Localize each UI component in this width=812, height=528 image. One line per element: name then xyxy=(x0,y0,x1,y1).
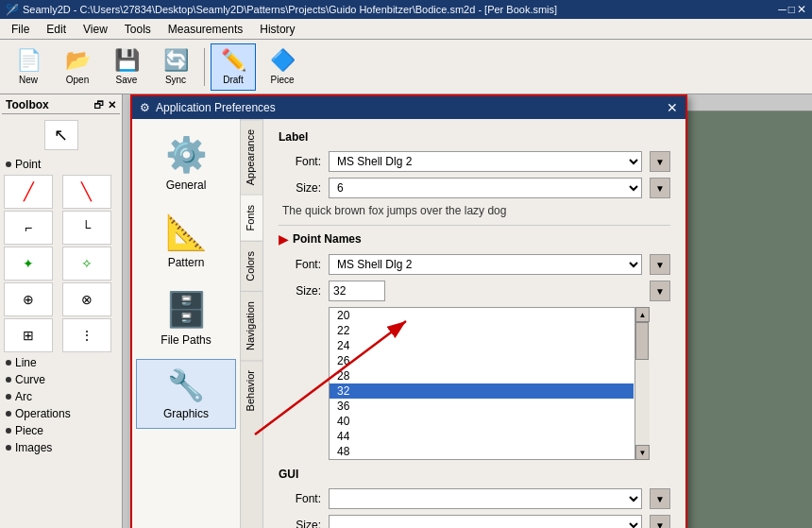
tab-behavior[interactable]: Behavior xyxy=(241,360,262,420)
select-tool[interactable]: ↖ xyxy=(44,120,78,150)
filepaths-icon: 🗄️ xyxy=(165,290,208,330)
tool-cell-10[interactable]: ⋮ xyxy=(62,318,111,352)
tab-navigation[interactable]: Navigation xyxy=(241,291,262,360)
tool-cell-9[interactable]: ⊞ xyxy=(4,318,53,352)
gui-font-select[interactable] xyxy=(329,488,642,509)
tab-colors[interactable]: Colors xyxy=(241,241,262,291)
preferences-dialog: ⚙ Application Preferences ✕ ⚙️ General 📐… xyxy=(130,94,687,528)
tool-cell-5[interactable]: ✦ xyxy=(4,247,53,281)
dialog-nav: ⚙️ General 📐 Pattern 🗄️ File Paths 🔧 Gra… xyxy=(132,119,241,528)
size-dropdown-scrollbar: ▲ ▼ xyxy=(634,307,650,460)
title-bar: 🪡 Seamly2D - C:\Users\27834\Desktop\Seam… xyxy=(0,0,812,19)
close-button[interactable]: ✕ xyxy=(797,3,806,16)
size-option-26[interactable]: 26 xyxy=(330,353,634,368)
toolbar-separator xyxy=(204,48,205,86)
gui-font-dropdown-arrow[interactable]: ▼ xyxy=(650,488,670,509)
nav-pattern[interactable]: 📐 Pattern xyxy=(136,204,236,278)
menu-file[interactable]: File xyxy=(4,21,37,38)
tool-cell-7[interactable]: ⊕ xyxy=(4,282,53,316)
gui-size-dropdown-arrow[interactable]: ▼ xyxy=(650,515,670,528)
menu-history[interactable]: History xyxy=(252,21,302,38)
point-names-title: Point Names xyxy=(293,232,362,246)
pn-size-select-wrapper xyxy=(329,281,642,301)
toolbox-restore-icon[interactable]: 🗗 xyxy=(93,99,104,111)
new-button[interactable]: 📄 New xyxy=(6,43,51,91)
menu-tools[interactable]: Tools xyxy=(117,21,159,38)
label-font-row: Font: MS Shell Dlg 2 ▼ xyxy=(279,151,670,172)
tool-cell-3[interactable]: ⌐ xyxy=(4,211,53,245)
gui-font-select-wrapper xyxy=(329,488,642,509)
pattern-icon: 📐 xyxy=(165,213,208,252)
new-icon: 📄 xyxy=(16,48,42,73)
size-option-20[interactable]: 20 xyxy=(330,308,634,323)
draft-button[interactable]: ✏️ Draft xyxy=(211,43,256,91)
pn-font-select[interactable]: MS Shell Dlg 2 xyxy=(329,254,642,275)
images-section[interactable]: Images xyxy=(2,439,120,456)
label-size-select[interactable]: 6 xyxy=(329,178,642,198)
label-font-dropdown-arrow[interactable]: ▼ xyxy=(650,151,670,172)
pn-size-input[interactable] xyxy=(329,281,385,301)
menu-view[interactable]: View xyxy=(76,21,115,38)
tool-cell-2[interactable]: ╲ xyxy=(62,175,111,209)
dialog-close-button[interactable]: ✕ xyxy=(667,100,678,115)
gui-section-title: GUI xyxy=(279,468,670,481)
tab-appearance[interactable]: Appearance xyxy=(241,119,262,195)
scroll-thumb[interactable] xyxy=(635,322,649,360)
maximize-button[interactable]: □ xyxy=(788,3,795,16)
label-size-dropdown-arrow[interactable]: ▼ xyxy=(650,178,670,198)
size-option-32[interactable]: 32 xyxy=(330,383,634,399)
size-option-40[interactable]: 40 xyxy=(330,414,634,429)
label-size-row: Size: 6 ▼ xyxy=(279,178,670,198)
open-button[interactable]: 📂 Open xyxy=(55,43,100,91)
dialog-title-text: Application Preferences xyxy=(156,101,276,114)
minimize-button[interactable]: ─ xyxy=(778,3,787,16)
toolbar: 📄 New 📂 Open 💾 Save 🔄 Sync ✏️ Draft 🔷 Pi… xyxy=(0,40,812,94)
label-font-select[interactable]: MS Shell Dlg 2 xyxy=(329,151,642,172)
tool-cell-6[interactable]: ✧ xyxy=(62,247,111,281)
canvas-area[interactable]: P20 P23a P14 P21 P19 ⚙ Application Prefe… xyxy=(123,94,812,528)
pn-size-dropdown-arrow[interactable]: ▼ xyxy=(650,281,670,301)
piece-button[interactable]: 🔷 Piece xyxy=(260,43,305,91)
save-button[interactable]: 💾 Save xyxy=(104,43,149,91)
nav-general[interactable]: ⚙️ General xyxy=(136,127,236,200)
graphics-icon: 🔧 xyxy=(167,367,205,403)
size-option-24[interactable]: 24 xyxy=(330,338,634,353)
line-label: Line xyxy=(15,356,37,369)
line-dot xyxy=(6,360,11,366)
sync-button[interactable]: 🔄 Sync xyxy=(153,43,198,91)
dialog-body: ⚙️ General 📐 Pattern 🗄️ File Paths 🔧 Gra… xyxy=(132,119,685,528)
tool-cell-1[interactable]: ╱ xyxy=(4,175,53,209)
label-size-label: Size: xyxy=(279,181,321,195)
toolbox-title: Toolbox xyxy=(6,98,49,111)
nav-filepaths-label: File Paths xyxy=(161,333,211,347)
piece-dot xyxy=(6,428,11,434)
toolbox-header: Toolbox 🗗 ✕ xyxy=(2,96,120,114)
tab-fonts[interactable]: Fonts xyxy=(241,195,262,241)
size-option-22[interactable]: 22 xyxy=(330,323,634,338)
sync-icon: 🔄 xyxy=(163,48,189,73)
scroll-up-button[interactable]: ▲ xyxy=(635,307,650,322)
pn-font-dropdown-arrow[interactable]: ▼ xyxy=(650,254,670,275)
nav-graphics[interactable]: 🔧 Graphics xyxy=(136,359,236,429)
line-section[interactable]: Line xyxy=(2,354,120,371)
menu-measurements[interactable]: Measurements xyxy=(161,21,250,38)
piece-section[interactable]: Piece xyxy=(2,422,120,439)
dialog-content: Label Font: MS Shell Dlg 2 ▼ Size: xyxy=(263,119,685,528)
tool-cell-4[interactable]: └ xyxy=(62,211,111,245)
size-option-36[interactable]: 36 xyxy=(330,399,634,414)
size-option-28[interactable]: 28 xyxy=(330,368,634,383)
curve-section[interactable]: Curve xyxy=(2,371,120,388)
toolbox-close-icon[interactable]: ✕ xyxy=(108,99,116,111)
label-preview-text: The quick brown fox jumps over the lazy … xyxy=(279,204,670,217)
gui-size-select[interactable] xyxy=(329,515,642,528)
point-section[interactable]: Point xyxy=(2,156,120,173)
arc-section[interactable]: Arc xyxy=(2,388,120,405)
scroll-down-button[interactable]: ▼ xyxy=(635,445,650,460)
tool-cell-8[interactable]: ⊗ xyxy=(62,282,111,316)
operations-dot xyxy=(6,411,11,417)
size-option-44[interactable]: 44 xyxy=(330,429,634,444)
nav-filepaths[interactable]: 🗄️ File Paths xyxy=(136,281,236,355)
operations-section[interactable]: Operations xyxy=(2,405,120,422)
menu-edit[interactable]: Edit xyxy=(39,21,74,38)
size-option-48[interactable]: 48 xyxy=(330,444,634,459)
